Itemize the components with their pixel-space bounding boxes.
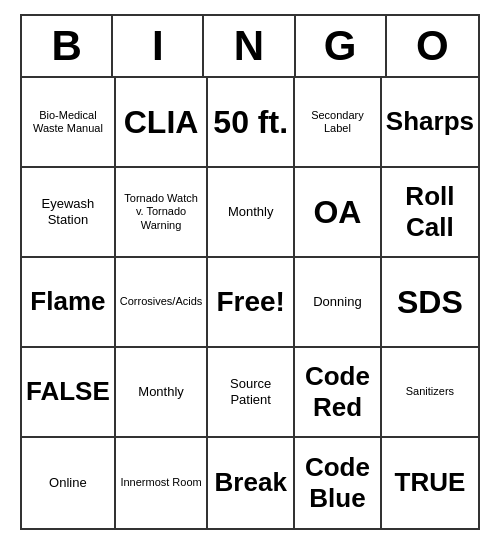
bingo-cell: CLIA	[116, 78, 209, 168]
bingo-cell: Online	[22, 438, 116, 528]
bingo-cell: Secondary Label	[295, 78, 382, 168]
bingo-cell: Bio-Medical Waste Manual	[22, 78, 116, 168]
bingo-cell: 50 ft.	[208, 78, 295, 168]
bingo-cell: Eyewash Station	[22, 168, 116, 258]
bingo-cell: Source Patient	[208, 348, 295, 438]
bingo-grid: Bio-Medical Waste ManualCLIA50 ft.Second…	[22, 78, 478, 528]
bingo-cell: Tornado Watch v. Tornado Warning	[116, 168, 209, 258]
bingo-cell: Roll Call	[382, 168, 478, 258]
bingo-cell: Code Blue	[295, 438, 382, 528]
bingo-cell: Donning	[295, 258, 382, 348]
bingo-cell: Monthly	[116, 348, 209, 438]
bingo-cell: FALSE	[22, 348, 116, 438]
bingo-cell: Free!	[208, 258, 295, 348]
bingo-card: BINGO Bio-Medical Waste ManualCLIA50 ft.…	[20, 14, 480, 530]
bingo-cell: Sanitizers	[382, 348, 478, 438]
bingo-cell: Sharps	[382, 78, 478, 168]
bingo-cell: Corrosives/Acids	[116, 258, 209, 348]
bingo-cell: SDS	[382, 258, 478, 348]
header-letter: B	[22, 16, 113, 76]
bingo-cell: Innermost Room	[116, 438, 209, 528]
header-letter: G	[296, 16, 387, 76]
bingo-cell: TRUE	[382, 438, 478, 528]
bingo-cell: Flame	[22, 258, 116, 348]
header-letter: N	[204, 16, 295, 76]
bingo-cell: Break	[208, 438, 295, 528]
bingo-cell: Code Red	[295, 348, 382, 438]
bingo-cell: OA	[295, 168, 382, 258]
header-letter: I	[113, 16, 204, 76]
bingo-header: BINGO	[22, 16, 478, 78]
bingo-cell: Monthly	[208, 168, 295, 258]
header-letter: O	[387, 16, 478, 76]
